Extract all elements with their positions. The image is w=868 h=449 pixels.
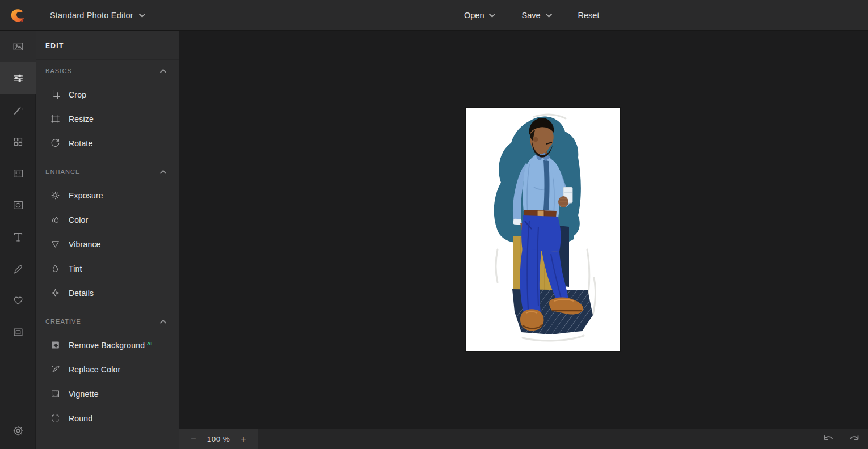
tool-color[interactable]: Color xyxy=(36,207,179,232)
topbar: Standard Photo Editor Open Save Reset xyxy=(0,0,868,31)
rail-item-effects[interactable] xyxy=(0,94,36,126)
zoom-value: 100 % xyxy=(207,435,230,443)
grid-icon xyxy=(12,135,24,148)
zoom-in-button[interactable]: + xyxy=(238,433,248,445)
eyedropper-icon xyxy=(50,364,61,375)
tool-exposure[interactable]: Exposure xyxy=(36,183,179,207)
section-creative: CREATIVE Remove BackgroundAI Replace Col… xyxy=(36,310,179,430)
rail-item-text[interactable] xyxy=(0,221,36,253)
mask-icon xyxy=(12,199,24,211)
rail-item-photo[interactable] xyxy=(0,31,36,62)
frame-icon xyxy=(12,326,24,338)
rotate-icon xyxy=(50,138,61,149)
crop-icon xyxy=(50,89,61,100)
chevron-down-icon xyxy=(139,14,145,18)
rail-item-filters[interactable] xyxy=(0,126,36,158)
document-title-menu[interactable]: Standard Photo Editor xyxy=(50,0,145,31)
tool-details[interactable]: Details xyxy=(36,281,179,305)
section-label: BASICS xyxy=(45,67,72,74)
gear-icon xyxy=(12,425,24,437)
tool-label: Crop xyxy=(69,90,86,99)
rail-item-frames[interactable] xyxy=(0,316,36,348)
triangle-icon xyxy=(50,239,61,249)
sliders-icon xyxy=(12,72,24,84)
image-icon xyxy=(12,40,24,53)
tool-label: Color xyxy=(69,215,88,224)
tool-label: Tint xyxy=(69,264,82,273)
tool-vignette[interactable]: Vignette xyxy=(36,382,179,406)
tool-label: Vibrance xyxy=(69,240,101,249)
edit-panel: EDIT BASICS Crop Resize Rotate xyxy=(36,31,179,449)
texture-icon xyxy=(12,167,24,180)
rail-item-textures[interactable] xyxy=(0,158,36,189)
rail-item-masks[interactable] xyxy=(0,189,36,221)
tool-resize[interactable]: Resize xyxy=(36,107,179,131)
redo-button[interactable] xyxy=(848,434,860,444)
ai-badge: AI xyxy=(147,341,152,346)
section-label: CREATIVE xyxy=(45,318,81,325)
section-label: ENHANCE xyxy=(45,168,81,175)
history-controls xyxy=(823,429,860,449)
chevron-up-icon xyxy=(160,320,166,324)
chevron-up-icon xyxy=(160,170,166,174)
tool-remove-background[interactable]: Remove BackgroundAI xyxy=(36,333,179,357)
chevron-down-icon xyxy=(489,14,495,18)
rail-item-draw[interactable] xyxy=(0,253,36,285)
section-enhance-header[interactable]: ENHANCE xyxy=(36,160,179,183)
open-button[interactable]: Open xyxy=(464,11,495,20)
tool-label: Replace Color xyxy=(69,365,120,374)
droplet-icon xyxy=(50,263,61,274)
tool-rotate[interactable]: Rotate xyxy=(36,131,179,155)
sun-icon xyxy=(50,190,61,201)
app-logo-icon[interactable] xyxy=(10,7,27,24)
sparkle-icon xyxy=(50,287,61,298)
tool-tint[interactable]: Tint xyxy=(36,256,179,281)
save-button[interactable]: Save xyxy=(521,11,551,20)
text-icon xyxy=(12,231,24,243)
remove-background-icon xyxy=(50,340,61,350)
vignette-icon xyxy=(50,388,61,399)
tool-label: Round xyxy=(69,414,92,423)
undo-icon xyxy=(823,434,835,444)
section-creative-header[interactable]: CREATIVE xyxy=(36,310,179,333)
tool-replace-color[interactable]: Replace Color xyxy=(36,357,179,382)
tool-round[interactable]: Round xyxy=(36,406,179,430)
zoom-out-button[interactable]: − xyxy=(188,433,199,445)
rail-item-settings[interactable] xyxy=(0,415,36,447)
canvas-image[interactable] xyxy=(466,108,620,351)
tool-label: Rotate xyxy=(69,139,92,148)
tool-label: Remove BackgroundAI xyxy=(69,341,152,350)
reset-label: Reset xyxy=(578,11,600,20)
drops-icon xyxy=(50,214,61,225)
section-enhance: ENHANCE Exposure Color Vibrance xyxy=(36,160,179,305)
magic-wand-icon xyxy=(12,104,24,116)
heart-icon xyxy=(12,294,24,307)
section-basics: BASICS Crop Resize Rotate xyxy=(36,59,179,155)
topbar-actions: Open Save Reset xyxy=(464,0,599,31)
save-label: Save xyxy=(521,11,540,20)
zoom-controls: − 100 % + xyxy=(179,429,258,449)
resize-icon xyxy=(50,113,61,124)
chevron-up-icon xyxy=(160,69,166,73)
rail-item-edit[interactable] xyxy=(0,62,36,94)
tool-label: Exposure xyxy=(69,191,103,200)
rail-item-graphics[interactable] xyxy=(0,285,36,316)
reset-button[interactable]: Reset xyxy=(578,11,600,20)
open-label: Open xyxy=(464,11,484,20)
document-title: Standard Photo Editor xyxy=(50,11,133,20)
tool-label: Vignette xyxy=(69,389,99,399)
panel-title: EDIT xyxy=(36,31,179,59)
undo-button[interactable] xyxy=(823,434,835,444)
tool-label: Resize xyxy=(69,115,94,124)
tool-label: Details xyxy=(69,289,94,298)
round-corners-icon xyxy=(50,413,61,423)
redo-icon xyxy=(848,434,860,444)
chevron-down-icon xyxy=(546,14,552,18)
section-basics-header[interactable]: BASICS xyxy=(36,60,179,82)
marker-icon xyxy=(12,262,24,275)
tool-vibrance[interactable]: Vibrance xyxy=(36,232,179,256)
tool-rail xyxy=(0,31,36,449)
tool-crop[interactable]: Crop xyxy=(36,82,179,107)
statusbar: − 100 % + xyxy=(179,429,868,449)
